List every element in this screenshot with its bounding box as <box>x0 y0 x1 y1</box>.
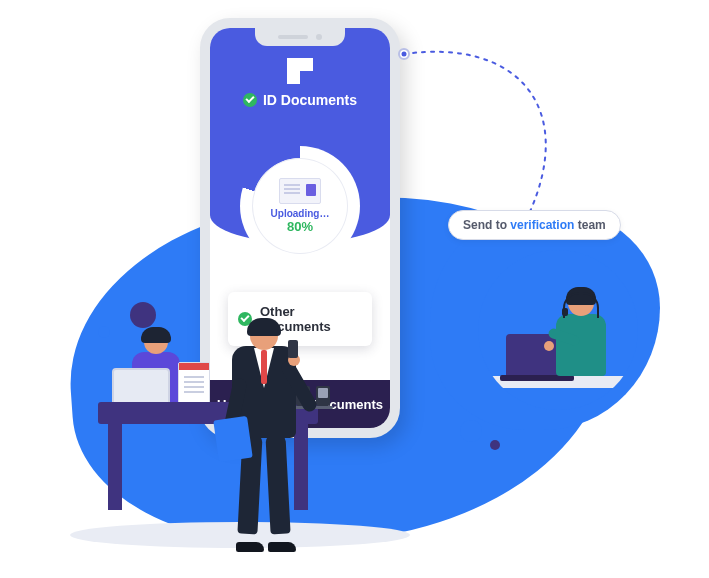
accent-dot <box>130 302 156 328</box>
svg-point-0 <box>399 49 409 59</box>
upload-progress-ring: Uploading… 80% <box>240 146 360 266</box>
store-document-icon <box>178 362 210 404</box>
verification-agent-illustration <box>478 250 638 410</box>
headset-icon <box>563 292 599 318</box>
callout-prefix: Send to <box>463 218 510 232</box>
accent-dot <box>460 420 482 442</box>
agent-person-icon <box>550 290 614 376</box>
callout-suffix: team <box>574 218 605 232</box>
vendor-person-icon <box>210 322 320 552</box>
phone-notch <box>255 28 345 46</box>
progress-ring-track: Uploading… 80% <box>240 146 360 266</box>
upload-percent-text: 80% <box>287 219 313 234</box>
app-logo-icon <box>287 58 313 84</box>
accent-dot <box>98 326 110 338</box>
illustration-stage: ID Documents Uploading… 80% Other Docume… <box>0 0 709 578</box>
folder-icon <box>213 416 253 462</box>
upload-status-text: Uploading… <box>271 208 330 219</box>
accent-dot <box>490 440 500 450</box>
verification-callout: Send to verification team <box>448 210 621 240</box>
check-circle-icon <box>243 93 257 107</box>
progress-ring-center: Uploading… 80% <box>252 158 348 254</box>
document-preview-icon <box>279 178 321 204</box>
smartphone-icon <box>288 340 298 358</box>
id-documents-row: ID Documents <box>210 92 390 108</box>
callout-highlight: verification <box>510 218 574 232</box>
store-laptop-icon <box>112 368 170 406</box>
id-documents-label: ID Documents <box>263 92 357 108</box>
svg-point-1 <box>402 52 407 57</box>
